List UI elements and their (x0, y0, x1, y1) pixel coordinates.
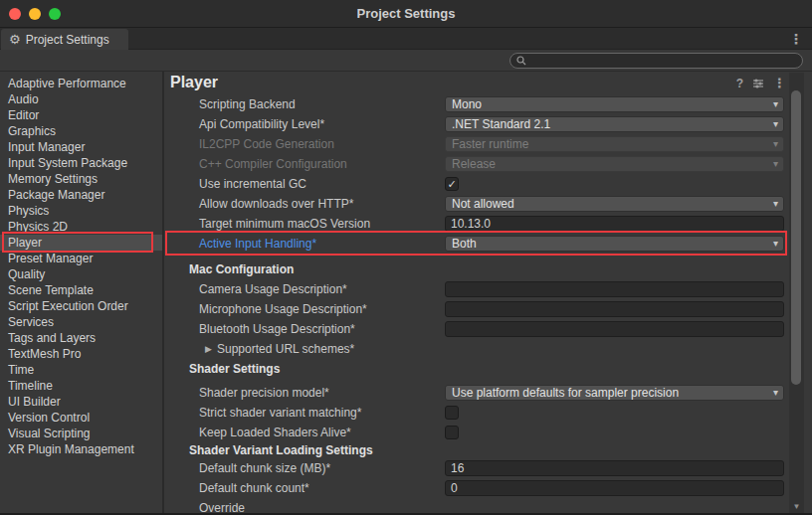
foldout-arrow-icon: ▶ (205, 339, 212, 359)
row-default-chunk-count: Default chunk count* (165, 478, 786, 498)
sidebar-item-preset-manager[interactable]: Preset Manager (0, 251, 162, 266)
sidebar-divider (162, 72, 164, 515)
sidebar-item-graphics[interactable]: Graphics (0, 123, 162, 139)
row-use-incremental-gc: Use incremental GC (165, 174, 786, 194)
sidebar-item-textmesh-pro[interactable]: TextMesh Pro (0, 346, 162, 362)
sidebar-item-tags-and-layers[interactable]: Tags and Layers (0, 330, 162, 346)
row-api-compatibility-level: Api Compatibility Level* .NET Standard 2… (165, 114, 786, 134)
sidebar-item-memory-settings[interactable]: Memory Settings (0, 171, 162, 187)
strict-shader-variant-matching-checkbox[interactable] (445, 406, 459, 420)
row-bluetooth-usage-description: Bluetooth Usage Description* (165, 319, 786, 339)
setting-label: Api Compatibility Level* (199, 114, 324, 134)
shader-precision-model-dropdown[interactable]: Use platform defaults for sampler precis… (445, 385, 784, 401)
active-input-handling-dropdown[interactable]: Both ▾ (445, 236, 784, 252)
row-default-chunk-size: Default chunk size (MB)* (165, 458, 786, 478)
sidebar-item-package-manager[interactable]: Package Manager (0, 187, 162, 203)
scroll-down-arrow-icon[interactable]: ▼ (789, 502, 804, 511)
cpp-compiler-configuration-dropdown: Release ▾ (445, 156, 784, 172)
row-strict-shader-variant-matching: Strict shader variant matching* (165, 403, 786, 423)
sidebar-item-timeline[interactable]: Timeline (0, 378, 162, 394)
chevron-down-icon: ▾ (773, 137, 778, 151)
chevron-down-icon: ▾ (773, 97, 778, 111)
setting-label: Supported URL schemes* (217, 339, 354, 359)
row-allow-downloads-over-http: Allow downloads over HTTP* Not allowed ▾ (165, 194, 786, 214)
default-chunk-size-field[interactable] (445, 460, 784, 476)
row-il2cpp-code-generation: IL2CPP Code Generation Faster runtime ▾ (165, 134, 786, 154)
default-chunk-count-field[interactable] (445, 480, 784, 496)
setting-label: C++ Compiler Configuration (199, 154, 347, 174)
setting-label: Default chunk size (MB)* (199, 458, 330, 478)
sidebar-item-physics-2d[interactable]: Physics 2D (0, 219, 162, 235)
bluetooth-usage-description-field[interactable] (445, 321, 784, 337)
setting-label: Target minimum macOS Version (199, 214, 370, 234)
sidebar-item-visual-scripting[interactable]: Visual Scripting (0, 426, 162, 441)
gear-icon: ⚙ (9, 33, 21, 46)
setting-label: Bluetooth Usage Description* (199, 319, 355, 339)
sidebar-item-adaptive-performance[interactable]: Adaptive Performance (0, 76, 162, 91)
row-target-minimum-macos-version: Target minimum macOS Version (165, 214, 786, 234)
allow-downloads-over-http-dropdown[interactable]: Not allowed ▾ (445, 196, 784, 212)
section-shader-settings: Shader Settings (165, 359, 786, 379)
chevron-down-icon: ▾ (773, 237, 778, 251)
setting-label: Active Input Handling* (199, 234, 316, 254)
setting-label: Camera Usage Description* (199, 279, 347, 299)
scrollbar-thumb[interactable] (791, 90, 801, 385)
sidebar-item-player[interactable]: Player (0, 235, 162, 251)
section-title: Shader Settings (189, 359, 280, 379)
sidebar-item-ui-builder[interactable]: UI Builder (0, 394, 162, 410)
sidebar-item-physics[interactable]: Physics (0, 203, 162, 219)
setting-label: Shader precision model* (199, 383, 329, 403)
row-microphone-usage-description: Microphone Usage Description* (165, 299, 786, 319)
tab-label: Project Settings (26, 33, 109, 47)
sidebar-item-xr-plugin-management[interactable]: XR Plugin Management (0, 441, 162, 457)
microphone-usage-description-field[interactable] (445, 301, 784, 317)
scripting-backend-dropdown[interactable]: Mono ▾ (445, 96, 784, 112)
setting-label: Keep Loaded Shaders Alive* (199, 423, 351, 442)
sidebar-item-scene-template[interactable]: Scene Template (0, 282, 162, 298)
tab-menu-icon[interactable]: ⋮ (788, 30, 804, 48)
tab-project-settings[interactable]: ⚙ Project Settings (1, 29, 128, 50)
setting-label: Scripting Backend (199, 94, 296, 114)
target-minimum-macos-version-field[interactable] (445, 216, 784, 232)
chevron-down-icon: ▾ (773, 117, 778, 131)
il2cpp-code-generation-dropdown: Faster runtime ▾ (445, 136, 784, 152)
setting-label: Allow downloads over HTTP* (199, 194, 353, 214)
section-title: Mac Configuration (189, 259, 294, 279)
setting-label: IL2CPP Code Generation (199, 134, 334, 154)
chevron-down-icon: ▾ (773, 386, 778, 400)
setting-label: Use incremental GC (199, 174, 306, 194)
setting-label: Strict shader variant matching* (199, 403, 361, 423)
row-scripting-backend: Scripting Backend Mono ▾ (165, 94, 786, 114)
keep-loaded-shaders-alive-checkbox[interactable] (445, 426, 459, 439)
camera-usage-description-field[interactable] (445, 281, 784, 297)
sidebar: Adaptive Performance Audio Editor Graphi… (0, 72, 162, 515)
row-shader-precision-model: Shader precision model* Use platform def… (165, 383, 786, 403)
sidebar-item-services[interactable]: Services (0, 314, 162, 330)
api-compatibility-level-dropdown[interactable]: .NET Standard 2.1 ▾ (445, 116, 784, 132)
sidebar-item-input-manager[interactable]: Input Manager (0, 139, 162, 155)
section-shader-variant-loading-settings: Shader Variant Loading Settings (165, 440, 786, 460)
setting-label: Default chunk count* (199, 478, 309, 498)
row-camera-usage-description: Camera Usage Description* (165, 279, 786, 299)
section-title: Shader Variant Loading Settings (189, 440, 373, 460)
sidebar-item-editor[interactable]: Editor (0, 107, 162, 123)
setting-label: Microphone Usage Description* (199, 299, 367, 319)
chevron-down-icon: ▾ (773, 157, 778, 171)
row-cpp-compiler-configuration: C++ Compiler Configuration Release ▾ (165, 154, 786, 174)
sidebar-item-quality[interactable]: Quality (0, 266, 162, 282)
row-keep-loaded-shaders-alive: Keep Loaded Shaders Alive* (165, 423, 786, 442)
section-mac-configuration: Mac Configuration (165, 259, 786, 279)
row-active-input-handling: Active Input Handling* Both ▾ (165, 234, 786, 254)
sidebar-item-version-control[interactable]: Version Control (0, 410, 162, 426)
sidebar-item-script-execution-order[interactable]: Script Execution Order (0, 298, 162, 314)
sidebar-item-time[interactable]: Time (0, 362, 162, 378)
vertical-scrollbar[interactable]: ▼ (789, 73, 804, 513)
chevron-down-icon: ▾ (773, 197, 778, 211)
sidebar-item-audio[interactable]: Audio (0, 91, 162, 107)
row-supported-url-schemes[interactable]: ▶ Supported URL schemes* (165, 339, 786, 359)
sidebar-item-input-system-package[interactable]: Input System Package (0, 155, 162, 171)
settings-list: Scripting Backend Mono ▾ Api Compatibili… (165, 0, 786, 515)
use-incremental-gc-checkbox[interactable] (445, 177, 459, 191)
